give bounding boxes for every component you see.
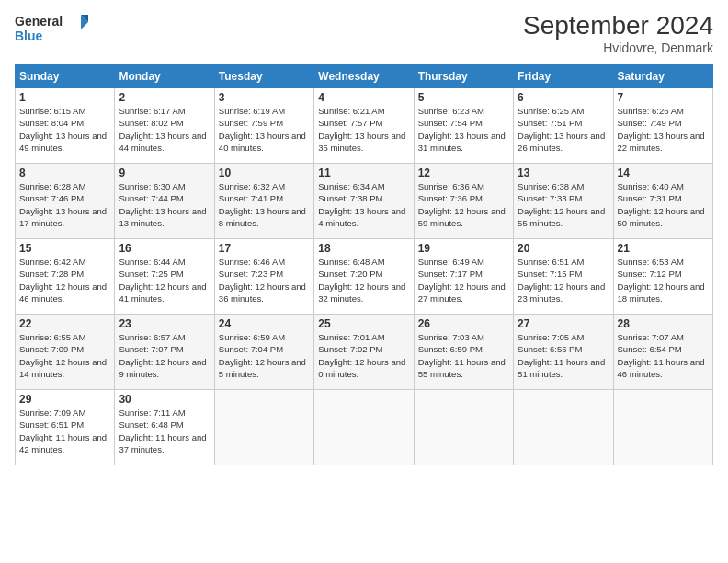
day-number: 22 <box>19 317 110 330</box>
page-container: General Blue September 2024 Hvidovre, De… <box>0 0 728 473</box>
day-info: Sunrise: 7:05 AMSunset: 6:56 PMDaylight:… <box>518 331 609 380</box>
day-info: Sunrise: 6:55 AMSunset: 7:09 PMDaylight:… <box>19 331 110 380</box>
col-saturday: Saturday <box>613 65 712 88</box>
day-number: 19 <box>418 242 509 255</box>
day-info: Sunrise: 7:09 AMSunset: 6:51 PMDaylight:… <box>19 407 110 455</box>
table-row <box>214 390 313 465</box>
day-number: 13 <box>518 167 609 179</box>
page-header: General Blue September 2024 Hvidovre, De… <box>15 11 713 55</box>
day-info: Sunrise: 7:07 AMSunset: 6:54 PMDaylight:… <box>618 331 709 380</box>
day-info: Sunrise: 6:17 AMSunset: 8:02 PMDaylight:… <box>119 105 210 154</box>
calendar-week-row: 1 Sunrise: 6:15 AMSunset: 8:04 PMDayligh… <box>16 88 713 164</box>
table-row: 9 Sunrise: 6:30 AMSunset: 7:44 PMDayligh… <box>115 164 214 239</box>
svg-text:General: General <box>15 14 63 29</box>
day-info: Sunrise: 6:38 AMSunset: 7:33 PMDaylight:… <box>518 180 609 229</box>
day-info: Sunrise: 6:34 AMSunset: 7:38 PMDaylight:… <box>318 180 409 229</box>
day-number: 29 <box>19 393 110 406</box>
table-row: 29 Sunrise: 7:09 AMSunset: 6:51 PMDaylig… <box>16 390 115 465</box>
day-info: Sunrise: 6:19 AMSunset: 7:59 PMDaylight:… <box>219 105 310 154</box>
day-number: 18 <box>318 242 409 255</box>
day-info: Sunrise: 6:59 AMSunset: 7:04 PMDaylight:… <box>219 331 310 380</box>
calendar-week-row: 15 Sunrise: 6:42 AMSunset: 7:28 PMDaylig… <box>16 239 713 315</box>
logo: General Blue <box>15 11 88 46</box>
day-number: 14 <box>618 167 709 179</box>
col-tuesday: Tuesday <box>214 65 313 88</box>
col-friday: Friday <box>514 65 613 88</box>
table-row: 27 Sunrise: 7:05 AMSunset: 6:56 PMDaylig… <box>514 315 613 390</box>
table-row: 18 Sunrise: 6:48 AMSunset: 7:20 PMDaylig… <box>314 239 414 315</box>
table-row: 28 Sunrise: 7:07 AMSunset: 6:54 PMDaylig… <box>613 315 712 390</box>
day-number: 7 <box>618 91 709 104</box>
table-row <box>314 390 414 465</box>
calendar-table: Sunday Monday Tuesday Wednesday Thursday… <box>15 64 713 465</box>
day-number: 2 <box>119 91 210 104</box>
day-number: 30 <box>119 393 210 406</box>
day-info: Sunrise: 6:49 AMSunset: 7:17 PMDaylight:… <box>418 256 509 304</box>
table-row: 20 Sunrise: 6:51 AMSunset: 7:15 PMDaylig… <box>514 239 613 315</box>
table-row: 23 Sunrise: 6:57 AMSunset: 7:07 PMDaylig… <box>115 315 214 390</box>
table-row: 26 Sunrise: 7:03 AMSunset: 6:59 PMDaylig… <box>414 315 513 390</box>
day-number: 15 <box>19 242 110 255</box>
table-row: 21 Sunrise: 6:53 AMSunset: 7:12 PMDaylig… <box>613 239 712 315</box>
table-row: 4 Sunrise: 6:21 AMSunset: 7:57 PMDayligh… <box>314 88 414 164</box>
day-info: Sunrise: 6:40 AMSunset: 7:31 PMDaylight:… <box>618 180 709 229</box>
day-number: 9 <box>119 167 210 179</box>
day-number: 20 <box>518 242 609 255</box>
col-sunday: Sunday <box>16 65 115 88</box>
day-info: Sunrise: 6:51 AMSunset: 7:15 PMDaylight:… <box>518 256 609 304</box>
table-row: 15 Sunrise: 6:42 AMSunset: 7:28 PMDaylig… <box>16 239 115 315</box>
table-row: 10 Sunrise: 6:32 AMSunset: 7:41 PMDaylig… <box>214 164 313 239</box>
day-info: Sunrise: 7:11 AMSunset: 6:48 PMDaylight:… <box>119 407 210 455</box>
calendar-week-row: 22 Sunrise: 6:55 AMSunset: 7:09 PMDaylig… <box>16 315 713 390</box>
day-info: Sunrise: 6:32 AMSunset: 7:41 PMDaylight:… <box>219 180 310 229</box>
table-row: 11 Sunrise: 6:34 AMSunset: 7:38 PMDaylig… <box>314 164 414 239</box>
table-row: 22 Sunrise: 6:55 AMSunset: 7:09 PMDaylig… <box>16 315 115 390</box>
col-monday: Monday <box>115 65 214 88</box>
table-row <box>613 390 712 465</box>
svg-text:Blue: Blue <box>15 29 43 43</box>
day-number: 3 <box>219 91 310 104</box>
day-info: Sunrise: 6:30 AMSunset: 7:44 PMDaylight:… <box>119 180 210 229</box>
table-row: 2 Sunrise: 6:17 AMSunset: 8:02 PMDayligh… <box>115 88 214 164</box>
table-row: 13 Sunrise: 6:38 AMSunset: 7:33 PMDaylig… <box>514 164 613 239</box>
table-row: 6 Sunrise: 6:25 AMSunset: 7:51 PMDayligh… <box>514 88 613 164</box>
day-info: Sunrise: 6:21 AMSunset: 7:57 PMDaylight:… <box>318 105 409 154</box>
day-number: 26 <box>418 317 509 330</box>
day-number: 21 <box>618 242 709 255</box>
day-number: 4 <box>318 91 409 104</box>
day-number: 8 <box>19 167 110 179</box>
day-info: Sunrise: 7:01 AMSunset: 7:02 PMDaylight:… <box>318 331 409 380</box>
day-number: 24 <box>219 317 310 330</box>
table-row <box>514 390 613 465</box>
day-info: Sunrise: 7:03 AMSunset: 6:59 PMDaylight:… <box>418 331 509 380</box>
table-row: 25 Sunrise: 7:01 AMSunset: 7:02 PMDaylig… <box>314 315 414 390</box>
month-title: September 2024 <box>523 11 713 40</box>
title-block: September 2024 Hvidovre, Denmark <box>523 11 713 55</box>
day-info: Sunrise: 6:46 AMSunset: 7:23 PMDaylight:… <box>219 256 310 304</box>
table-row: 1 Sunrise: 6:15 AMSunset: 8:04 PMDayligh… <box>16 88 115 164</box>
day-number: 6 <box>518 91 609 104</box>
day-info: Sunrise: 6:48 AMSunset: 7:20 PMDaylight:… <box>318 256 409 304</box>
day-info: Sunrise: 6:25 AMSunset: 7:51 PMDaylight:… <box>518 105 609 154</box>
day-info: Sunrise: 6:53 AMSunset: 7:12 PMDaylight:… <box>618 256 709 304</box>
day-number: 23 <box>119 317 210 330</box>
day-info: Sunrise: 6:36 AMSunset: 7:36 PMDaylight:… <box>418 180 509 229</box>
day-number: 17 <box>219 242 310 255</box>
table-row: 14 Sunrise: 6:40 AMSunset: 7:31 PMDaylig… <box>613 164 712 239</box>
day-info: Sunrise: 6:26 AMSunset: 7:49 PMDaylight:… <box>618 105 709 154</box>
calendar-week-row: 29 Sunrise: 7:09 AMSunset: 6:51 PMDaylig… <box>16 390 713 465</box>
table-row <box>414 390 513 465</box>
day-number: 25 <box>318 317 409 330</box>
day-number: 11 <box>318 167 409 179</box>
col-thursday: Thursday <box>414 65 513 88</box>
location-subtitle: Hvidovre, Denmark <box>523 40 713 55</box>
calendar-week-row: 8 Sunrise: 6:28 AMSunset: 7:46 PMDayligh… <box>16 164 713 239</box>
table-row: 12 Sunrise: 6:36 AMSunset: 7:36 PMDaylig… <box>414 164 513 239</box>
table-row: 16 Sunrise: 6:44 AMSunset: 7:25 PMDaylig… <box>115 239 214 315</box>
table-row: 8 Sunrise: 6:28 AMSunset: 7:46 PMDayligh… <box>16 164 115 239</box>
table-row: 5 Sunrise: 6:23 AMSunset: 7:54 PMDayligh… <box>414 88 513 164</box>
day-number: 27 <box>518 317 609 330</box>
day-info: Sunrise: 6:42 AMSunset: 7:28 PMDaylight:… <box>19 256 110 304</box>
day-number: 28 <box>618 317 709 330</box>
day-number: 10 <box>219 167 310 179</box>
